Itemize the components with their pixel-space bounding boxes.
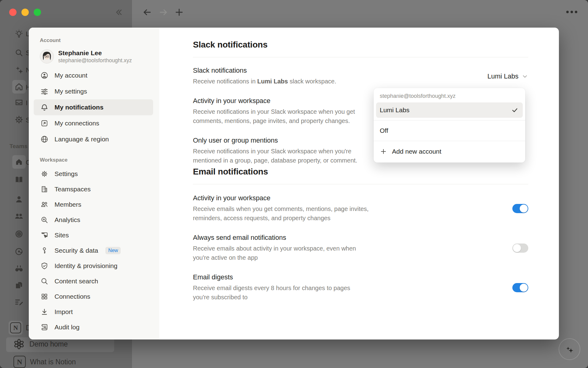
shield-check-icon [40, 262, 48, 270]
bell-icon [40, 103, 48, 111]
sidebar-collapse-icon[interactable] [114, 8, 123, 17]
sidebar-item-label: What is Notion [30, 358, 76, 366]
home-icon[interactable] [12, 80, 26, 94]
sidebar-item-security-data[interactable]: Security & data New [34, 243, 153, 258]
florette-icon [13, 338, 25, 350]
notion-ai-button[interactable] [559, 338, 580, 360]
email-digests-toggle[interactable] [512, 283, 528, 292]
slack-workspace-select[interactable]: Lumi Labs [487, 72, 528, 80]
dropdown-option-lumi-labs[interactable]: Lumi Labs [376, 102, 523, 118]
gear-icon [40, 170, 48, 178]
sidebar-item-import[interactable]: Import [34, 304, 153, 320]
setting-description: Receive notifications in your Slack work… [193, 107, 355, 125]
close-window-button[interactable] [9, 9, 17, 16]
workspace-switcher-item[interactable]: N [9, 321, 23, 335]
sparkles-icon[interactable] [12, 63, 26, 77]
globe-icon [40, 135, 48, 143]
dropdown-option-off[interactable]: Off [376, 123, 523, 138]
setting-title: Always send email notifications [193, 234, 356, 242]
teams-section-label: Teams [9, 143, 28, 150]
sidebar-item-identity-provisioning[interactable]: Identity & provisioning [34, 258, 153, 274]
sidebar-item-my-settings[interactable]: My settings [34, 83, 153, 99]
chevron-down-icon [522, 73, 528, 80]
back-arrow-icon[interactable] [142, 7, 152, 17]
arrow-down-line-icon [40, 308, 48, 316]
option-label: Add new account [392, 148, 441, 155]
new-tab-plus-icon[interactable] [174, 7, 184, 17]
sidebar-item-label: My notifications [55, 104, 104, 111]
traffic-lights [9, 9, 41, 16]
sparkles-icon [564, 344, 575, 355]
sidebar-item-label: My account [55, 72, 87, 79]
sidebar-item-demo-home[interactable]: Demo home [13, 338, 68, 350]
sidebar-item-label: Audit log [55, 324, 80, 331]
key-icon [40, 247, 48, 255]
setting-title: Only user or group mentions [193, 136, 357, 144]
book-icon[interactable] [12, 173, 26, 186]
avatar [40, 49, 54, 63]
browser-cursor-icon [40, 231, 48, 239]
pages-icon[interactable] [12, 278, 26, 292]
slack-workspace-dropdown: stephanie@toolsforthought.xyz Lumi Labs … [374, 88, 525, 163]
sidebar-item-connections[interactable]: Connections [34, 289, 153, 304]
lightbulb-icon[interactable] [12, 27, 26, 40]
zoom-window-button[interactable] [34, 9, 41, 16]
sidebar-item-label: Teamspaces [55, 186, 91, 193]
section-divider [193, 57, 528, 57]
building-icon [40, 185, 48, 193]
binoculars-icon[interactable] [12, 262, 26, 275]
new-badge: New [105, 247, 121, 254]
setting-title: Slack notifications [193, 67, 336, 75]
sidebar-item-members[interactable]: Members [34, 197, 153, 212]
target-icon[interactable] [12, 227, 26, 241]
setting-description: Receive emails when you get comments, me… [193, 204, 369, 223]
sidebar-item-label: Demo home [29, 340, 68, 348]
slack-section-heading: Slack notifications [193, 40, 528, 50]
dropdown-add-new-account[interactable]: Add new account [376, 144, 523, 159]
sidebar-item-label: Sites [55, 232, 69, 239]
account-profile[interactable]: Stephanie Lee stephanie@toolsforthought.… [34, 47, 153, 67]
rail-fragment: I [26, 99, 28, 107]
sidebar-item-language-region[interactable]: Language & region [34, 131, 153, 147]
setting-title: Activity in your workspace [193, 194, 369, 202]
sidebar-item-label: My connections [55, 120, 99, 127]
sidebar-item-analytics[interactable]: Analytics [34, 212, 153, 228]
person-icon[interactable] [12, 193, 26, 206]
setting-title: Email digests [193, 273, 350, 281]
sidebar-item-label: Content search [55, 278, 98, 285]
search-icon[interactable] [12, 46, 26, 59]
arrow-up-right-square-icon [40, 119, 48, 127]
activity-email-toggle[interactable] [512, 204, 528, 213]
people-icon[interactable] [12, 209, 26, 223]
setting-description: Receive email digests every 8 hours for … [193, 283, 350, 302]
setting-description: Receive emails about activity in your wo… [193, 244, 356, 262]
option-label: Lumi Labs [380, 106, 409, 114]
inbox-icon[interactable] [12, 96, 26, 109]
more-ellipsis-icon[interactable] [565, 9, 579, 15]
sidebar-item-my-notifications[interactable]: My notifications [34, 99, 153, 115]
home-filled-icon[interactable] [12, 155, 26, 169]
grid-icon [40, 293, 48, 301]
orbit-icon[interactable] [12, 245, 26, 258]
gear-icon[interactable] [12, 113, 26, 126]
sidebar-item-audit-log[interactable]: Audit log [34, 320, 153, 335]
sidebar-item-label: Members [55, 201, 81, 208]
magnifier-plus-icon [40, 216, 48, 224]
sidebar-item-teamspaces[interactable]: Teamspaces [34, 182, 153, 197]
sidebar-item-content-search[interactable]: Content search [34, 274, 153, 289]
app-window: L S N H I S Teams C N D [0, 0, 588, 368]
minimize-window-button[interactable] [21, 9, 29, 16]
notion-logo-icon: N [13, 356, 26, 368]
always-send-email-toggle[interactable] [512, 243, 528, 253]
forward-arrow-icon[interactable] [159, 7, 168, 17]
section-divider [193, 184, 528, 184]
dropdown-account-header: stephanie@toolsforthought.xyz [376, 90, 523, 102]
sidebar-item-label: Settings [55, 170, 78, 178]
compose-icon[interactable] [12, 295, 26, 309]
profile-email: stephanie@toolsforthought.xyz [58, 57, 132, 64]
sidebar-item-my-connections[interactable]: My connections [34, 115, 153, 131]
sidebar-item-my-account[interactable]: My account [34, 67, 153, 83]
sidebar-item-what-is-notion[interactable]: N What is Notion [13, 356, 76, 368]
sidebar-item-sites[interactable]: Sites [34, 228, 153, 243]
sidebar-item-settings[interactable]: Settings [34, 166, 153, 182]
